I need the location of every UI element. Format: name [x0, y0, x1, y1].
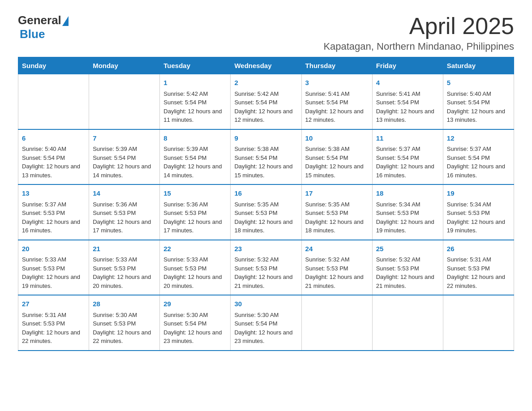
calendar-week-row: 27Sunrise: 5:31 AMSunset: 5:53 PMDayligh…	[18, 295, 514, 351]
calendar-cell: 29Sunrise: 5:30 AMSunset: 5:54 PMDayligh…	[160, 295, 231, 351]
day-number: 28	[93, 299, 156, 309]
day-number: 1	[163, 78, 227, 88]
calendar-cell: 27Sunrise: 5:31 AMSunset: 5:53 PMDayligh…	[18, 295, 89, 351]
sun-info: Sunrise: 5:33 AMSunset: 5:53 PMDaylight:…	[163, 255, 227, 290]
calendar-cell: 17Sunrise: 5:35 AMSunset: 5:53 PMDayligh…	[301, 184, 372, 240]
calendar-cell: 1Sunrise: 5:42 AMSunset: 5:54 PMDaylight…	[160, 74, 231, 129]
calendar-cell: 21Sunrise: 5:33 AMSunset: 5:53 PMDayligh…	[89, 240, 160, 295]
day-number: 21	[93, 244, 156, 254]
sun-info: Sunrise: 5:39 AMSunset: 5:54 PMDaylight:…	[93, 145, 156, 180]
calendar-cell: 28Sunrise: 5:30 AMSunset: 5:53 PMDayligh…	[89, 295, 160, 351]
day-number: 12	[447, 133, 510, 144]
sun-info: Sunrise: 5:30 AMSunset: 5:53 PMDaylight:…	[93, 311, 156, 346]
day-number: 10	[305, 133, 369, 144]
sun-info: Sunrise: 5:35 AMSunset: 5:53 PMDaylight:…	[234, 200, 297, 235]
sun-info: Sunrise: 5:34 AMSunset: 5:53 PMDaylight:…	[447, 200, 510, 235]
sun-info: Sunrise: 5:31 AMSunset: 5:53 PMDaylight:…	[447, 255, 510, 290]
day-number: 18	[376, 188, 439, 199]
sun-info: Sunrise: 5:30 AMSunset: 5:54 PMDaylight:…	[163, 311, 227, 346]
day-number: 9	[234, 133, 297, 144]
sun-info: Sunrise: 5:33 AMSunset: 5:53 PMDaylight:…	[22, 255, 85, 290]
day-number: 11	[376, 133, 439, 144]
sun-info: Sunrise: 5:38 AMSunset: 5:54 PMDaylight:…	[234, 145, 297, 180]
day-number: 17	[305, 188, 369, 199]
calendar-cell: 23Sunrise: 5:32 AMSunset: 5:53 PMDayligh…	[231, 240, 301, 295]
calendar-cell: 2Sunrise: 5:42 AMSunset: 5:54 PMDaylight…	[231, 74, 301, 129]
calendar-cell	[372, 295, 443, 351]
sun-info: Sunrise: 5:36 AMSunset: 5:53 PMDaylight:…	[163, 200, 227, 235]
sun-info: Sunrise: 5:37 AMSunset: 5:54 PMDaylight:…	[376, 145, 439, 180]
sun-info: Sunrise: 5:35 AMSunset: 5:53 PMDaylight:…	[305, 200, 369, 235]
calendar-cell: 7Sunrise: 5:39 AMSunset: 5:54 PMDaylight…	[89, 129, 160, 185]
day-number: 4	[376, 78, 439, 88]
calendar-cell: 25Sunrise: 5:32 AMSunset: 5:53 PMDayligh…	[372, 240, 443, 295]
col-header-saturday: Saturday	[443, 57, 514, 74]
col-header-tuesday: Tuesday	[160, 57, 231, 74]
calendar-cell: 5Sunrise: 5:40 AMSunset: 5:54 PMDaylight…	[443, 74, 514, 129]
calendar-cell: 13Sunrise: 5:37 AMSunset: 5:53 PMDayligh…	[18, 184, 89, 240]
calendar-cell	[443, 295, 514, 351]
calendar-cell	[301, 295, 372, 351]
calendar-week-row: 6Sunrise: 5:40 AMSunset: 5:54 PMDaylight…	[18, 129, 514, 185]
calendar-cell: 4Sunrise: 5:41 AMSunset: 5:54 PMDaylight…	[372, 74, 443, 129]
day-number: 2	[234, 78, 297, 88]
sun-info: Sunrise: 5:38 AMSunset: 5:54 PMDaylight:…	[305, 145, 369, 180]
col-header-wednesday: Wednesday	[231, 57, 301, 74]
day-number: 22	[163, 244, 227, 254]
calendar-cell: 3Sunrise: 5:41 AMSunset: 5:54 PMDaylight…	[301, 74, 372, 129]
sun-info: Sunrise: 5:36 AMSunset: 5:53 PMDaylight:…	[93, 200, 156, 235]
sun-info: Sunrise: 5:40 AMSunset: 5:54 PMDaylight:…	[22, 145, 85, 180]
calendar-cell: 24Sunrise: 5:32 AMSunset: 5:53 PMDayligh…	[301, 240, 372, 295]
sun-info: Sunrise: 5:30 AMSunset: 5:54 PMDaylight:…	[234, 311, 297, 346]
calendar-cell: 6Sunrise: 5:40 AMSunset: 5:54 PMDaylight…	[18, 129, 89, 185]
sun-info: Sunrise: 5:37 AMSunset: 5:54 PMDaylight:…	[447, 145, 510, 180]
day-number: 15	[163, 188, 227, 199]
calendar-cell: 18Sunrise: 5:34 AMSunset: 5:53 PMDayligh…	[372, 184, 443, 240]
calendar-cell: 19Sunrise: 5:34 AMSunset: 5:53 PMDayligh…	[443, 184, 514, 240]
sun-info: Sunrise: 5:39 AMSunset: 5:54 PMDaylight:…	[163, 145, 227, 180]
page-header: General Blue April 2025 Kapatagan, North…	[18, 13, 514, 52]
logo-blue-text: Blue	[20, 27, 45, 41]
sun-info: Sunrise: 5:32 AMSunset: 5:53 PMDaylight:…	[234, 255, 297, 290]
sun-info: Sunrise: 5:32 AMSunset: 5:53 PMDaylight:…	[376, 255, 439, 290]
calendar-header-row: SundayMondayTuesdayWednesdayThursdayFrid…	[18, 57, 514, 74]
calendar-cell: 26Sunrise: 5:31 AMSunset: 5:53 PMDayligh…	[443, 240, 514, 295]
location-title: Kapatagan, Northern Mindanao, Philippine…	[323, 41, 514, 52]
day-number: 24	[305, 244, 369, 254]
sun-info: Sunrise: 5:33 AMSunset: 5:53 PMDaylight:…	[93, 255, 156, 290]
sun-info: Sunrise: 5:42 AMSunset: 5:54 PMDaylight:…	[163, 90, 227, 124]
calendar-cell	[18, 74, 89, 129]
logo: General Blue	[18, 13, 69, 41]
sun-info: Sunrise: 5:40 AMSunset: 5:54 PMDaylight:…	[447, 90, 510, 124]
day-number: 7	[93, 133, 156, 144]
sun-info: Sunrise: 5:31 AMSunset: 5:53 PMDaylight:…	[22, 311, 85, 346]
calendar-cell: 20Sunrise: 5:33 AMSunset: 5:53 PMDayligh…	[18, 240, 89, 295]
title-section: April 2025 Kapatagan, Northern Mindanao,…	[323, 13, 514, 52]
day-number: 19	[447, 188, 510, 199]
sun-info: Sunrise: 5:37 AMSunset: 5:53 PMDaylight:…	[22, 200, 85, 235]
col-header-sunday: Sunday	[18, 57, 89, 74]
sun-info: Sunrise: 5:41 AMSunset: 5:54 PMDaylight:…	[305, 90, 369, 124]
sun-info: Sunrise: 5:41 AMSunset: 5:54 PMDaylight:…	[376, 90, 439, 124]
calendar-cell: 10Sunrise: 5:38 AMSunset: 5:54 PMDayligh…	[301, 129, 372, 185]
day-number: 30	[234, 299, 297, 309]
day-number: 27	[22, 299, 85, 309]
day-number: 6	[22, 133, 85, 144]
logo-general-text: General	[18, 13, 61, 27]
month-title: April 2025	[323, 13, 514, 39]
day-number: 13	[22, 188, 85, 199]
day-number: 8	[163, 133, 227, 144]
day-number: 23	[234, 244, 297, 254]
calendar-cell: 8Sunrise: 5:39 AMSunset: 5:54 PMDaylight…	[160, 129, 231, 185]
logo-triangle-icon	[62, 16, 69, 26]
calendar-cell: 9Sunrise: 5:38 AMSunset: 5:54 PMDaylight…	[231, 129, 301, 185]
calendar-cell: 14Sunrise: 5:36 AMSunset: 5:53 PMDayligh…	[89, 184, 160, 240]
day-number: 20	[22, 244, 85, 254]
calendar-cell: 30Sunrise: 5:30 AMSunset: 5:54 PMDayligh…	[231, 295, 301, 351]
calendar-cell: 16Sunrise: 5:35 AMSunset: 5:53 PMDayligh…	[231, 184, 301, 240]
day-number: 26	[447, 244, 510, 254]
day-number: 29	[163, 299, 227, 309]
day-number: 5	[447, 78, 510, 88]
day-number: 14	[93, 188, 156, 199]
col-header-thursday: Thursday	[301, 57, 372, 74]
